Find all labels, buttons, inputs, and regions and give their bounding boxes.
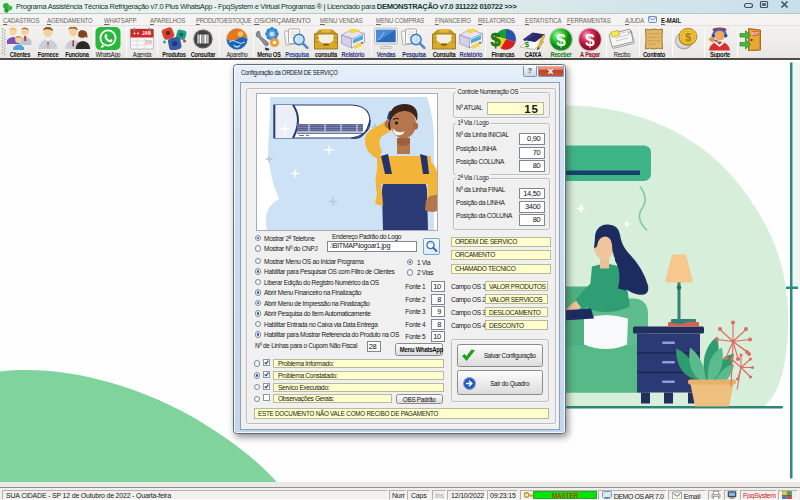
svg-text:$: $: [490, 30, 500, 50]
svg-text:$: $: [524, 40, 529, 49]
svg-text:EXIT: EXIT: [752, 32, 759, 36]
svg-text:$: $: [684, 31, 690, 43]
svg-text:$: $: [556, 31, 566, 50]
svg-text:$: $: [585, 31, 595, 50]
svg-text:JAN: JAN: [141, 31, 150, 36]
svg-text:29: 29: [145, 39, 152, 45]
